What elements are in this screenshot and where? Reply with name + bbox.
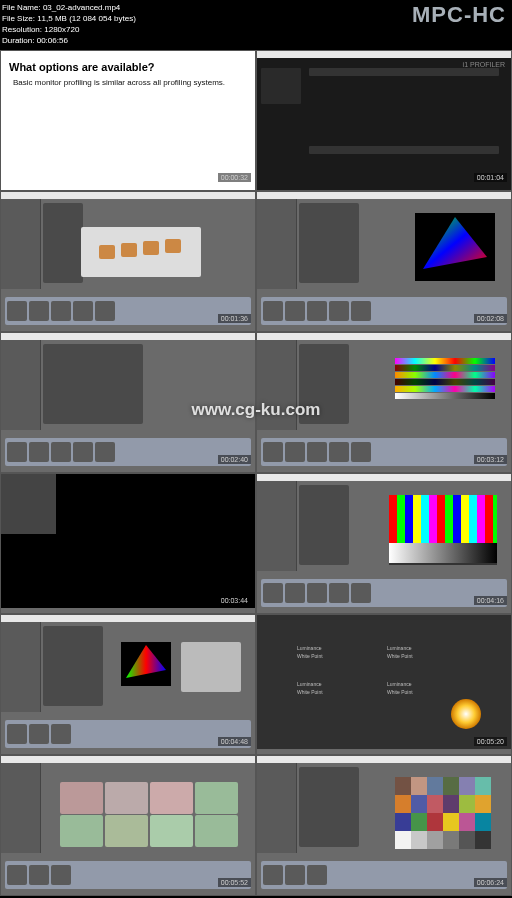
thumbnail-1[interactable]: What options are available? Basic monito… bbox=[0, 50, 256, 191]
workflow-button[interactable] bbox=[29, 724, 49, 744]
workflow-button[interactable] bbox=[7, 442, 27, 462]
slide-title: What options are available? bbox=[1, 51, 255, 77]
timestamp: 00:03:44 bbox=[218, 596, 251, 605]
device-preview bbox=[81, 227, 201, 277]
i1-profiler-label: i1 PROFILER bbox=[463, 61, 505, 68]
workflow-button[interactable] bbox=[307, 301, 327, 321]
sun-glare-icon bbox=[451, 699, 481, 729]
workflow-row bbox=[5, 438, 251, 466]
timestamp: 00:03:12 bbox=[474, 455, 507, 464]
thumbnail-2[interactable]: i1 PROFILER 00:01:04 bbox=[256, 50, 512, 191]
workflow-button[interactable] bbox=[307, 442, 327, 462]
workflow-button[interactable] bbox=[51, 442, 71, 462]
timestamp: 00:05:20 bbox=[474, 737, 507, 746]
measurement-patches bbox=[389, 495, 497, 565]
resolution-row: Resolution: 1280x720 bbox=[2, 24, 136, 35]
workflow-button[interactable] bbox=[329, 583, 349, 603]
workflow-button[interactable] bbox=[29, 301, 49, 321]
timestamp: 00:02:40 bbox=[218, 455, 251, 464]
workflow-row bbox=[261, 297, 507, 325]
workflow-button[interactable] bbox=[307, 583, 327, 603]
thumbnail-4[interactable]: 00:02:08 bbox=[256, 191, 512, 332]
workflow-button[interactable] bbox=[51, 724, 71, 744]
thumbnail-grid: What options are available? Basic monito… bbox=[0, 50, 512, 896]
svg-marker-1 bbox=[126, 645, 166, 678]
thumbnail-3[interactable]: 00:01:36 bbox=[0, 191, 256, 332]
app-title: MPC-HC bbox=[412, 2, 506, 28]
file-name-row: File Name: 03_02-advanced.mp4 bbox=[2, 2, 136, 13]
gamut-preview bbox=[415, 213, 495, 281]
thumbnail-9[interactable]: 00:04:48 bbox=[0, 614, 256, 755]
workflow-button[interactable] bbox=[29, 865, 49, 885]
workflow-button[interactable] bbox=[95, 442, 115, 462]
timestamp: 00:01:04 bbox=[474, 173, 507, 182]
workflow-button[interactable] bbox=[73, 442, 93, 462]
timestamp: 00:05:52 bbox=[218, 878, 251, 887]
svg-marker-0 bbox=[423, 217, 487, 269]
workflow-row bbox=[261, 579, 507, 607]
watermark-text: www.cg-ku.com bbox=[0, 400, 512, 420]
workflow-button[interactable] bbox=[351, 583, 371, 603]
timestamp: 00:00:32 bbox=[218, 173, 251, 182]
color-checker bbox=[395, 777, 491, 849]
thumbnail-7[interactable]: 00:03:44 bbox=[0, 473, 256, 614]
gamut-small bbox=[121, 642, 171, 686]
workflow-button[interactable] bbox=[285, 865, 305, 885]
workflow-row bbox=[5, 297, 251, 325]
duration-row: Duration: 00:06:56 bbox=[2, 35, 136, 46]
workflow-button[interactable] bbox=[7, 301, 27, 321]
workflow-button[interactable] bbox=[263, 865, 283, 885]
workflow-row bbox=[261, 438, 507, 466]
workflow-button[interactable] bbox=[73, 301, 93, 321]
timestamp: 00:04:16 bbox=[474, 596, 507, 605]
workflow-button[interactable] bbox=[351, 301, 371, 321]
thumbnail-8[interactable]: 00:04:16 bbox=[256, 473, 512, 614]
file-size-row: File Size: 11,5 MB (12 084 054 bytes) bbox=[2, 13, 136, 24]
workflow-button[interactable] bbox=[263, 301, 283, 321]
timestamp: 00:04:48 bbox=[218, 737, 251, 746]
thumbnail-10[interactable]: Luminance White Point Luminance White Po… bbox=[256, 614, 512, 755]
thumbnail-11[interactable]: 00:05:52 bbox=[0, 755, 256, 896]
workflow-button[interactable] bbox=[285, 442, 305, 462]
timestamp: 00:01:36 bbox=[218, 314, 251, 323]
workflow-button[interactable] bbox=[95, 301, 115, 321]
thumbnail-12[interactable]: 00:06:24 bbox=[256, 755, 512, 896]
workflow-row bbox=[5, 720, 251, 748]
timestamp: 00:06:24 bbox=[474, 878, 507, 887]
slide-text: Basic monitor profiling is similar acros… bbox=[1, 77, 255, 88]
workflow-button[interactable] bbox=[263, 583, 283, 603]
workflow-row bbox=[261, 861, 507, 889]
workflow-button[interactable] bbox=[7, 865, 27, 885]
workflow-button[interactable] bbox=[285, 301, 305, 321]
workflow-button[interactable] bbox=[29, 442, 49, 462]
workflow-button[interactable] bbox=[351, 442, 371, 462]
workflow-button[interactable] bbox=[285, 583, 305, 603]
timestamp: 00:02:08 bbox=[474, 314, 507, 323]
workflow-button[interactable] bbox=[263, 442, 283, 462]
workflow-button[interactable] bbox=[51, 865, 71, 885]
workflow-button[interactable] bbox=[329, 442, 349, 462]
workflow-button[interactable] bbox=[7, 724, 27, 744]
workflow-button[interactable] bbox=[51, 301, 71, 321]
workflow-row bbox=[5, 861, 251, 889]
workflow-button[interactable] bbox=[307, 865, 327, 885]
quality-grid bbox=[59, 781, 239, 847]
workflow-button[interactable] bbox=[329, 301, 349, 321]
file-info-panel: File Name: 03_02-advanced.mp4 File Size:… bbox=[2, 2, 136, 46]
